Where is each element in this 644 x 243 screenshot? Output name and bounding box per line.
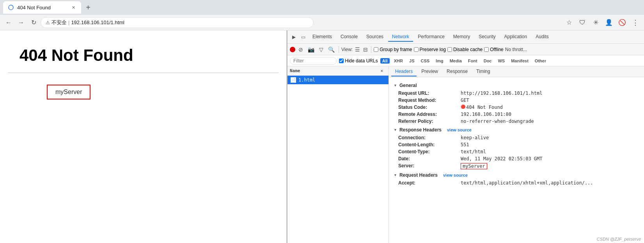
connection-label: Connection:: [398, 135, 461, 140]
filter-all-btn[interactable]: All: [380, 58, 390, 64]
camera-icon[interactable]: 📷: [306, 46, 316, 53]
filter-css-btn[interactable]: CSS: [419, 58, 431, 64]
tab-audits[interactable]: Audits: [532, 32, 552, 42]
server-label: Server:: [398, 163, 461, 169]
connection-row: Connection: keep-alive: [394, 134, 639, 141]
details-panel: Headers Preview Response Timing General …: [389, 66, 644, 243]
profile-icon[interactable]: 👤: [603, 17, 614, 28]
address-separator: |: [68, 20, 69, 25]
tab-performance[interactable]: Performance: [414, 32, 449, 42]
bookmark-icon[interactable]: ☆: [564, 17, 575, 28]
content-type-label: Content-Type:: [398, 149, 461, 154]
page-content: 404 Not Found myServer: [0, 30, 287, 243]
request-url-value: http://192.168.106.101/1.html: [461, 90, 543, 96]
tab-elements[interactable]: Elements: [309, 32, 336, 42]
filter-xhr-btn[interactable]: XHR: [392, 58, 405, 64]
page-title: 404 Not Found: [20, 46, 279, 65]
content-length-value: 551: [461, 142, 469, 147]
date-value: Wed, 11 May 2022 02:55:03 GMT: [461, 156, 543, 161]
response-view-source-link[interactable]: view source: [447, 128, 472, 132]
record-button[interactable]: [290, 47, 295, 52]
tab-network[interactable]: Network: [388, 32, 413, 42]
devtools-select-icon[interactable]: ▶: [290, 33, 298, 41]
tab-bar: 404 Not Found ✕ +: [0, 0, 644, 15]
devtools-device-icon[interactable]: ▭: [299, 33, 308, 41]
filter-font-btn[interactable]: Font: [466, 58, 479, 64]
server-value: myServer: [461, 163, 487, 169]
filter-ws-btn[interactable]: WS: [496, 58, 507, 64]
forward-button[interactable]: →: [16, 17, 27, 28]
address-url: 192.168.106.101/1.html: [71, 20, 124, 25]
group-by-frame-checkbox[interactable]: Group by frame: [374, 47, 412, 52]
watermark: CSDN @ZJF_perserve: [597, 237, 641, 241]
content-length-label: Content-Length:: [398, 142, 461, 147]
details-tab-response[interactable]: Response: [443, 67, 472, 76]
date-label: Date:: [398, 156, 461, 161]
view-group-icon[interactable]: ⊟: [362, 46, 369, 53]
new-tab-button[interactable]: +: [83, 2, 94, 13]
toolbar-separator2: [371, 46, 371, 53]
request-view-source-link[interactable]: view source: [443, 173, 468, 177]
search-icon[interactable]: 🔍: [326, 46, 336, 53]
menu-icon[interactable]: ⋮: [630, 17, 641, 28]
request-method-value: GET: [461, 98, 469, 103]
details-tab-timing[interactable]: Timing: [472, 67, 494, 76]
stop-record-icon[interactable]: ⊘: [297, 46, 305, 53]
extension-icon2[interactable]: ✳: [590, 17, 601, 28]
details-tab-headers[interactable]: Headers: [391, 67, 417, 76]
status-code-label: Status Code:: [398, 105, 461, 110]
accept-label: Accept:: [398, 180, 461, 186]
reload-button[interactable]: ↻: [28, 17, 39, 28]
accept-row: Accept: text/html,application/xhtml+xml,…: [394, 179, 639, 186]
tab-memory[interactable]: Memory: [449, 32, 474, 42]
details-tab-preview[interactable]: Preview: [417, 67, 442, 76]
security-icon: ⚠: [46, 20, 50, 25]
status-code-value: 404 Not Found: [466, 105, 503, 110]
tab-close-button[interactable]: ✕: [70, 4, 76, 11]
tab-security[interactable]: Security: [475, 32, 499, 42]
offline-checkbox[interactable]: Offline: [484, 47, 503, 52]
content-type-row: Content-Type: text/html: [394, 148, 639, 155]
disable-cache-checkbox[interactable]: Disable cache: [447, 47, 483, 52]
filter-img-btn[interactable]: Img: [434, 58, 445, 64]
no-throttle-label: No thrott...: [505, 47, 527, 52]
connection-value: keep-alive: [461, 135, 489, 140]
browser-chrome: 404 Not Found ✕ + ← → ↻ ⚠ 不安全 | 192.168.…: [0, 0, 644, 30]
response-headers-section: Response Headers view source: [394, 127, 639, 133]
general-section-header: General: [394, 83, 639, 88]
filter-icon[interactable]: ▽: [318, 46, 325, 53]
tab-application[interactable]: Application: [500, 32, 531, 42]
back-button[interactable]: ←: [3, 17, 14, 28]
toolbar-separator: [339, 46, 339, 53]
filter-other-btn[interactable]: Other: [533, 58, 548, 64]
address-input[interactable]: ⚠ 不安全 | 192.168.106.101/1.html: [41, 17, 314, 28]
address-right-icons: ☆ 🛡 ✳ 👤 🚫 ⋮: [564, 17, 641, 28]
filter-manifest-btn[interactable]: Manifest: [509, 58, 530, 64]
hide-data-urls-checkbox[interactable]: Hide data URLs: [339, 58, 378, 64]
view-list-icon[interactable]: ☰: [354, 46, 361, 53]
referrer-policy-label: Referrer Policy:: [398, 119, 461, 124]
accept-value: text/html,application/xhtml+xml,applicat…: [461, 180, 593, 186]
address-bar: ← → ↻ ⚠ 不安全 | 192.168.106.101/1.html ☆ 🛡…: [0, 15, 644, 30]
request-item-1html[interactable]: 📄 1.html: [287, 76, 389, 84]
filter-input[interactable]: [290, 57, 337, 65]
filter-doc-btn[interactable]: Doc: [482, 58, 494, 64]
tab-sources[interactable]: Sources: [362, 32, 387, 42]
filter-media-btn[interactable]: Media: [448, 58, 464, 64]
date-row: Date: Wed, 11 May 2022 02:55:03 GMT: [394, 155, 639, 162]
request-method-row: Request Method: GET: [394, 97, 639, 104]
preserve-log-checkbox[interactable]: Preserve log: [414, 47, 446, 52]
browser-tab[interactable]: 404 Not Found ✕: [3, 1, 81, 14]
tab-console[interactable]: Console: [337, 32, 362, 42]
filter-js-btn[interactable]: JS: [407, 58, 416, 64]
server-row: Server: myServer: [394, 162, 639, 170]
close-details-icon[interactable]: ✕: [380, 68, 383, 73]
status-red-dot: 🔴: [461, 105, 465, 109]
network-toolbar: ⊘ 📷 ▽ 🔍 View: ☰ ⊟ Group by frame Preserv…: [287, 44, 644, 55]
filter-bar: Hide data URLs All XHR JS CSS Img Media …: [287, 55, 644, 66]
referrer-policy-value: no-referrer-when-downgrade: [461, 119, 534, 124]
extension-icon1[interactable]: 🛡: [577, 17, 588, 28]
request-file-icon: 📄: [291, 77, 296, 83]
content-type-value: text/html: [461, 149, 486, 154]
extension-icon3[interactable]: 🚫: [617, 17, 628, 28]
